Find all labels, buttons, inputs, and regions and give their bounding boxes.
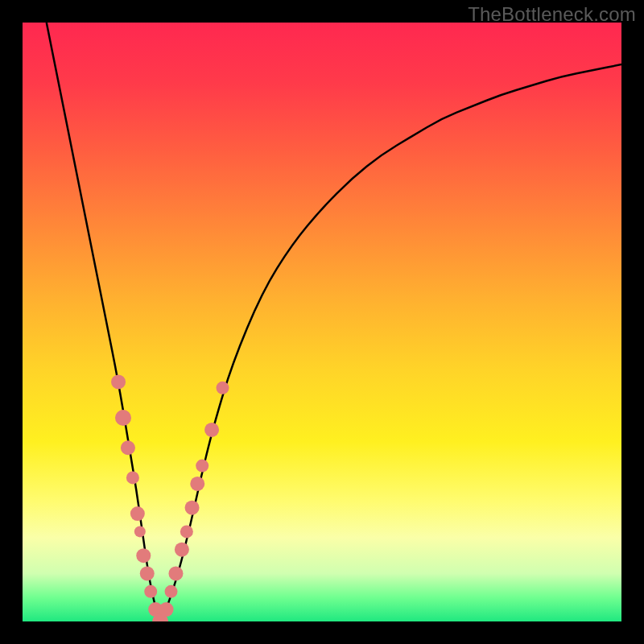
- data-marker: [144, 585, 157, 598]
- bottleneck-curve: [47, 23, 621, 618]
- data-marker: [130, 506, 145, 521]
- data-marker: [134, 526, 146, 537]
- data-marker: [140, 566, 155, 580]
- data-marker: [121, 440, 135, 455]
- data-marker: [165, 585, 178, 598]
- plot-area: [23, 23, 621, 621]
- data-marker: [126, 471, 139, 484]
- data-marker: [196, 460, 208, 473]
- data-marker: [217, 382, 229, 394]
- data-marker: [180, 525, 193, 538]
- data-marker: [204, 423, 219, 437]
- watermark-text: TheBottleneck.com: [468, 3, 636, 26]
- data-marker: [190, 477, 204, 491]
- data-marker: [136, 548, 151, 563]
- chart-container: TheBottleneck.com: [0, 0, 644, 644]
- data-marker: [115, 410, 131, 426]
- chart-svg: [23, 23, 621, 621]
- data-marker: [168, 566, 183, 580]
- data-markers: [111, 374, 229, 621]
- data-marker: [185, 501, 200, 515]
- data-marker: [175, 543, 189, 557]
- data-marker: [111, 374, 126, 389]
- data-marker: [159, 602, 174, 617]
